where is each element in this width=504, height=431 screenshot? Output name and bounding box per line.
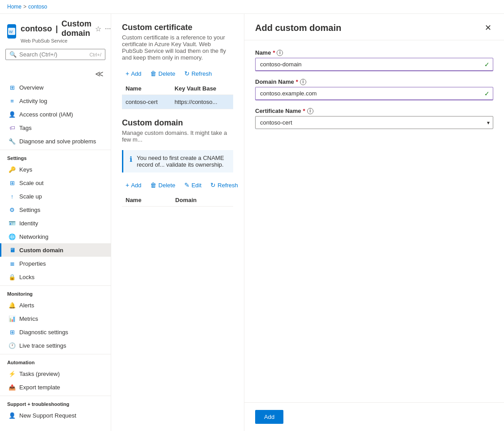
breadcrumb-current[interactable]: contoso xyxy=(28,4,47,10)
domain-refresh-button[interactable]: ↻ Refresh xyxy=(207,180,242,190)
sidebar-item-locks[interactable]: 🔒 Locks xyxy=(0,270,111,284)
custom-cert-title: Custom certificate xyxy=(122,23,233,32)
sidebar-item-label: Diagnostic settings xyxy=(19,329,68,336)
custom-domain-title: Custom domain xyxy=(122,118,233,128)
sidebar-item-label: Metrics xyxy=(19,315,38,322)
sidebar-item-export-template[interactable]: 📤 Export template xyxy=(0,380,111,394)
sidebar-item-diagnose[interactable]: 🔧 Diagnose and solve problems xyxy=(0,134,111,148)
custom-domain-info-box: ℹ You need to first create a CNAME recor… xyxy=(122,150,233,172)
panel-close-button[interactable]: ✕ xyxy=(483,21,493,34)
sidebar-item-label: Identity xyxy=(19,220,38,227)
panel-add-button[interactable]: Add xyxy=(255,410,283,424)
tag-icon: 🏷 xyxy=(9,124,16,131)
sidebar-item-settings[interactable]: ⚙ Settings xyxy=(0,203,111,216)
sidebar-item-activity-log[interactable]: ≡ Activity log xyxy=(0,94,111,108)
automation-section-header: Automation xyxy=(0,354,111,367)
name-input-wrapper: ✓ xyxy=(255,58,493,71)
list-icon: ≡ xyxy=(9,97,16,104)
cert-keyvault-cell: https://contoso... xyxy=(171,95,233,109)
scale-out-icon: ⊞ xyxy=(9,179,16,186)
gear-icon: ⚙ xyxy=(9,206,16,213)
domain-edit-label: Edit xyxy=(191,182,201,189)
info-message: You need to first create a CNAME record … xyxy=(137,155,227,168)
identity-icon: 🪪 xyxy=(9,220,16,227)
cert-add-button[interactable]: + Add xyxy=(122,68,145,79)
domain-domain-header: Domain xyxy=(172,194,233,207)
more-options[interactable]: ··· xyxy=(105,25,111,33)
favorite-star[interactable]: ☆ xyxy=(95,25,101,33)
domain-table: Name Domain xyxy=(122,194,233,207)
cert-name-header: Name xyxy=(122,82,171,95)
sidebar-item-new-support[interactable]: 👤 New Support Request xyxy=(0,409,111,422)
support-section-header: Support + troubleshooting xyxy=(0,396,111,409)
sidebar-item-overview[interactable]: ⊞ Overview xyxy=(0,81,111,94)
sidebar-nav: ⊞ Overview ≡ Activity log 👤 Access contr… xyxy=(0,81,111,431)
clock-icon: 🕐 xyxy=(9,342,16,349)
sidebar-item-identity[interactable]: 🪪 Identity xyxy=(0,216,111,230)
wrench-icon: 🔧 xyxy=(9,138,16,145)
search-box[interactable]: 🔍 Ctrl+/ xyxy=(5,49,105,60)
domain-edit-button[interactable]: ✎ Edit xyxy=(181,180,205,190)
cert-delete-button[interactable]: 🗑 Delete xyxy=(147,68,179,79)
sidebar-item-tasks[interactable]: ⚡ Tasks (preview) xyxy=(0,367,111,380)
domain-toolbar: + Add 🗑 Delete ✎ Edit ↻ Refresh xyxy=(122,180,233,190)
sidebar-item-label: Keys xyxy=(19,166,32,173)
name-label-text: Name xyxy=(255,49,271,56)
sidebar-item-scale-up[interactable]: ↑ Scale up xyxy=(0,190,111,203)
sidebar-item-metrics[interactable]: 📊 Metrics xyxy=(0,312,111,325)
table-row[interactable]: contoso-cert https://contoso... xyxy=(122,95,233,109)
sidebar-item-label: Scale out xyxy=(19,180,43,186)
domain-name-check-icon: ✓ xyxy=(484,90,490,97)
sidebar-item-label: Live trace settings xyxy=(19,342,66,349)
sidebar-item-diagnostic-settings[interactable]: ⊞ Diagnostic settings xyxy=(0,325,111,339)
sidebar-item-scale-out[interactable]: ⊞ Scale out xyxy=(0,176,111,190)
cert-add-label: Add xyxy=(131,70,141,77)
domain-name-input[interactable] xyxy=(255,87,493,100)
sidebar-item-label: Tags xyxy=(19,125,31,131)
name-info-icon: i xyxy=(277,50,283,56)
domain-delete-label: Delete xyxy=(158,182,175,189)
sidebar-item-label: Activity log xyxy=(19,98,47,104)
page-section-title: Custom domain xyxy=(61,19,91,38)
chart-icon: 📊 xyxy=(9,315,16,322)
name-form-group: Name * i ✓ xyxy=(255,49,493,71)
sidebar-item-networking[interactable]: 🌐 Networking xyxy=(0,230,111,243)
name-input[interactable] xyxy=(255,58,493,71)
sidebar-item-live-trace[interactable]: 🕐 Live trace settings xyxy=(0,339,111,352)
search-shortcut: Ctrl+/ xyxy=(89,52,101,57)
sidebar-item-tags[interactable]: 🏷 Tags xyxy=(0,121,111,134)
name-check-icon: ✓ xyxy=(484,61,490,68)
add-custom-domain-panel: Add custom domain ✕ Name * i ✓ Domain Na xyxy=(244,14,504,431)
custom-domain-description: Manage custom domains. It might take a f… xyxy=(122,129,233,143)
lock-icon: 🔒 xyxy=(9,273,16,280)
domain-name-header: Name xyxy=(122,194,172,207)
sidebar-item-label: New Support Request xyxy=(19,412,76,419)
search-input[interactable] xyxy=(19,51,87,58)
domain-delete-button[interactable]: 🗑 Delete xyxy=(147,180,179,190)
sidebar-item-alerts[interactable]: 🔔 Alerts xyxy=(0,298,111,312)
panel-body: Name * i ✓ Domain Name * i ✓ xyxy=(244,40,504,402)
sidebar-item-properties[interactable]: ≣ Properties xyxy=(0,257,111,270)
cert-refresh-button[interactable]: ↻ Refresh xyxy=(181,68,216,79)
breadcrumb-home[interactable]: Home xyxy=(7,4,22,10)
sidebar-item-access-control[interactable]: 👤 Access control (IAM) xyxy=(0,108,111,121)
cert-name-select[interactable]: contoso-cert xyxy=(255,116,493,129)
sidebar-item-label: Scale up xyxy=(19,193,42,200)
panel-title: Add custom domain xyxy=(255,23,341,33)
key-icon: 🔑 xyxy=(9,166,16,173)
diagnostic-icon: ⊞ xyxy=(9,328,16,336)
collapse-sidebar-button[interactable]: ≪ xyxy=(91,67,107,81)
export-icon: 📤 xyxy=(9,384,16,391)
domain-name-info-icon: i xyxy=(300,79,306,85)
cert-name-label-text: Certificate Name xyxy=(255,108,301,114)
sidebar-item-keys[interactable]: 🔑 Keys xyxy=(0,163,111,176)
service-icon: W xyxy=(7,24,16,39)
cert-name-form-group: Certificate Name * i contoso-cert ▾ xyxy=(255,108,493,129)
content-area: Custom certificate Custom certificate is… xyxy=(111,14,244,431)
cert-name-label: Certificate Name * i xyxy=(255,108,493,114)
custom-cert-description: Custom certificate is a reference to you… xyxy=(122,34,233,61)
sidebar-title-block: contoso | Custom domain ☆ ··· Web PubSub… xyxy=(21,19,111,43)
domain-add-button[interactable]: + Add xyxy=(122,180,145,190)
sidebar-item-label: Export template xyxy=(19,384,60,391)
sidebar-item-custom-domain[interactable]: 🖥 Custom domain xyxy=(0,243,111,257)
